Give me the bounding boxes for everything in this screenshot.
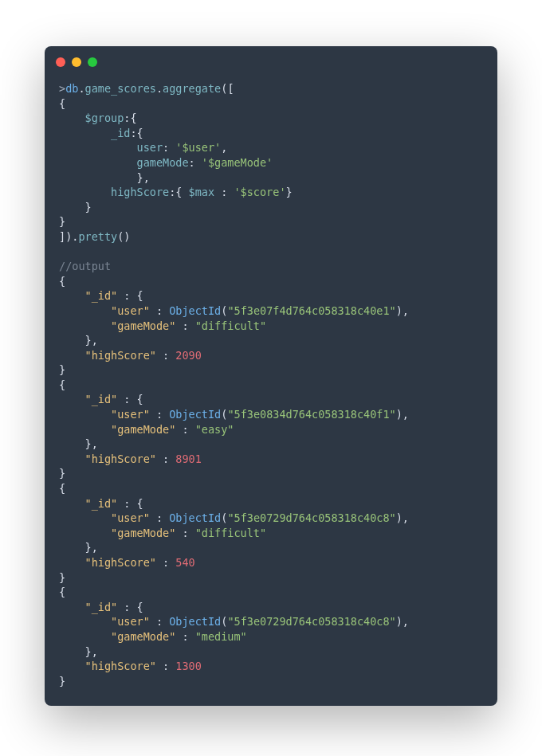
group-op: $group [85,112,124,124]
terminal-window: >db.game_scores.aggregate([ { $group:{ _… [45,46,497,706]
prompt: > [59,82,65,95]
minimize-icon[interactable] [72,57,81,67]
aggregate-token: aggregate [163,82,221,95]
gamemode-key: gameMode [137,156,189,169]
close-icon[interactable] [56,57,65,67]
score-val: '$score' [234,186,285,198]
output-results: { "_id" : { "user" : ObjectId("5f3e07f4d… [59,275,409,687]
user-val: '$user' [175,141,221,154]
code-block: >db.game_scores.aggregate([ { $group:{ _… [45,67,497,706]
max-op: $max [189,186,215,198]
window-titlebar [45,46,497,67]
collection-token: game_scores [85,82,156,95]
id-key: _id [111,127,130,139]
highscore-key: highScore [111,186,169,198]
comment: //output [59,260,111,272]
gamemode-val: '$gameMode' [202,156,273,169]
user-key: user [137,141,163,154]
db-token: db [65,82,78,95]
maximize-icon[interactable] [88,57,97,67]
pretty-token: pretty [78,230,117,243]
